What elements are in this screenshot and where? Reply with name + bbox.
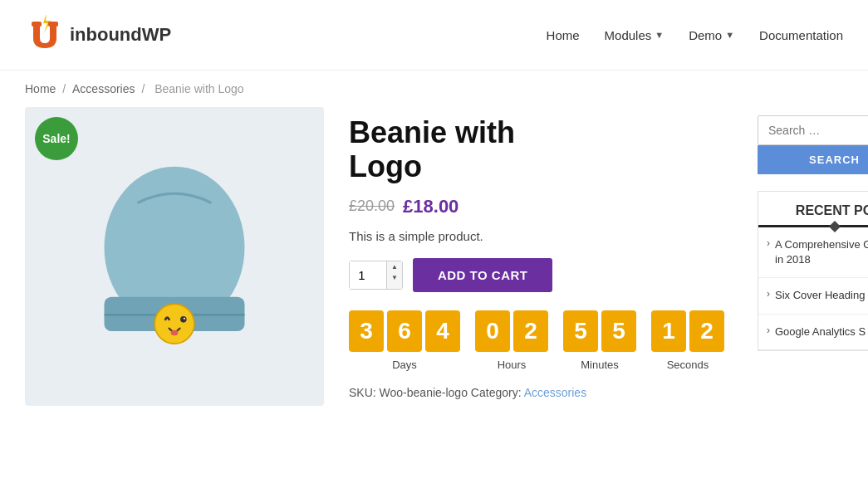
hour-digit-2: 2 bbox=[513, 310, 548, 352]
post-text-3: Google Analytics S bbox=[775, 325, 866, 339]
product-description: This is a simple product. bbox=[349, 229, 724, 243]
product-image-wrap: Sale! bbox=[25, 107, 324, 406]
add-to-cart-row: 1 ▲ ▼ ADD TO CART bbox=[349, 258, 724, 292]
countdown-days: 3 6 4 Days bbox=[349, 310, 460, 371]
product-info: Beanie with Logo £20.00 £18.00 This is a… bbox=[349, 107, 724, 406]
price-wrap: £20.00 £18.00 bbox=[349, 196, 724, 217]
sale-badge: Sale! bbox=[35, 117, 78, 160]
countdown-hours-digits: 0 2 bbox=[475, 310, 548, 352]
search-box: SEARCH bbox=[758, 115, 868, 174]
logo[interactable]: inboundWP bbox=[25, 15, 171, 55]
nav-demo[interactable]: Demo ▼ bbox=[689, 28, 734, 42]
countdown-timer: 3 6 4 Days 0 2 Hours 5 5 bbox=[349, 310, 724, 371]
sku-value: Woo-beanie-logo bbox=[380, 386, 468, 399]
countdown-seconds-digits: 1 2 bbox=[651, 310, 724, 352]
nav-home[interactable]: Home bbox=[547, 28, 580, 42]
nav-modules[interactable]: Modules ▼ bbox=[605, 28, 664, 42]
minutes-label: Minutes bbox=[581, 359, 619, 371]
countdown-hours: 0 2 Hours bbox=[475, 310, 548, 371]
svg-rect-2 bbox=[48, 22, 58, 27]
sidebar: SEARCH RECENT PO › A Comprehensive G SEO… bbox=[758, 107, 868, 406]
recent-posts-title: RECENT PO bbox=[758, 192, 868, 227]
add-to-cart-button[interactable]: ADD TO CART bbox=[413, 258, 553, 292]
post-text-2: Six Cover Heading S bbox=[775, 288, 868, 303]
main-content: Sale! bbox=[0, 107, 868, 406]
hours-label: Hours bbox=[498, 359, 527, 371]
search-button[interactable]: SEARCH bbox=[758, 145, 868, 174]
recent-post-item-2[interactable]: › Six Cover Heading S bbox=[758, 278, 868, 314]
site-header: inboundWP Home Modules ▼ Demo ▼ Document… bbox=[0, 0, 868, 71]
beanie-illustration bbox=[83, 149, 266, 364]
product-title: Beanie with Logo bbox=[349, 115, 724, 184]
search-input[interactable] bbox=[758, 115, 868, 145]
countdown-minutes: 5 5 Minutes bbox=[563, 310, 636, 371]
logo-icon bbox=[25, 15, 65, 55]
hour-digit-1: 0 bbox=[475, 310, 510, 352]
category-label: Category: bbox=[471, 386, 522, 399]
countdown-seconds: 1 2 Seconds bbox=[651, 310, 724, 371]
day-digit-2: 6 bbox=[387, 310, 422, 352]
breadcrumb-home[interactable]: Home bbox=[25, 82, 56, 95]
breadcrumb-accessories[interactable]: Accessories bbox=[72, 82, 135, 95]
day-digit-3: 4 bbox=[425, 310, 460, 352]
post-arrow-icon-1: › bbox=[767, 237, 770, 249]
category-link[interactable]: Accessories bbox=[524, 386, 586, 399]
sec-digit-2: 2 bbox=[689, 310, 724, 352]
quantity-input-box[interactable]: 1 ▲ ▼ bbox=[349, 261, 403, 290]
breadcrumb-current: Beanie with Logo bbox=[154, 82, 243, 95]
svg-point-9 bbox=[171, 330, 179, 336]
sec-digit-1: 1 bbox=[651, 310, 686, 352]
recent-post-item-1[interactable]: › A Comprehensive G SEO in 2018 bbox=[758, 227, 868, 278]
quantity-down-button[interactable]: ▼ bbox=[387, 272, 402, 283]
post-arrow-icon-2: › bbox=[767, 288, 770, 300]
quantity-input[interactable]: 1 bbox=[350, 261, 386, 289]
recent-post-item-3[interactable]: › Google Analytics S bbox=[758, 315, 868, 350]
days-label: Days bbox=[392, 359, 417, 371]
svg-rect-1 bbox=[32, 22, 42, 27]
quantity-up-button[interactable]: ▲ bbox=[387, 261, 402, 272]
min-digit-1: 5 bbox=[563, 310, 598, 352]
logo-label: inboundWP bbox=[70, 24, 171, 46]
price-new: £18.00 bbox=[403, 196, 459, 217]
post-text-1: A Comprehensive G SEO in 2018 bbox=[775, 237, 868, 267]
svg-point-8 bbox=[184, 318, 185, 320]
breadcrumb: Home / Accessories / Beanie with Logo bbox=[0, 71, 868, 107]
sku-label: SKU: bbox=[349, 386, 376, 399]
countdown-minutes-digits: 5 5 bbox=[563, 310, 636, 352]
main-nav: Home Modules ▼ Demo ▼ Documentation bbox=[547, 28, 843, 42]
sku-row: SKU: Woo-beanie-logo Category: Accessori… bbox=[349, 386, 724, 399]
product-section: Sale! bbox=[25, 107, 724, 406]
price-old: £20.00 bbox=[349, 198, 395, 215]
min-digit-2: 5 bbox=[601, 310, 636, 352]
svg-point-6 bbox=[154, 304, 194, 344]
day-digit-1: 3 bbox=[349, 310, 384, 352]
svg-point-7 bbox=[180, 316, 187, 323]
seconds-label: Seconds bbox=[667, 359, 709, 371]
post-arrow-icon-3: › bbox=[767, 325, 770, 336]
demo-arrow-icon: ▼ bbox=[725, 30, 734, 40]
modules-arrow-icon: ▼ bbox=[655, 30, 664, 40]
recent-posts-widget: RECENT PO › A Comprehensive G SEO in 201… bbox=[758, 191, 868, 351]
nav-documentation[interactable]: Documentation bbox=[759, 28, 843, 42]
quantity-arrows: ▲ ▼ bbox=[386, 261, 402, 289]
countdown-days-digits: 3 6 4 bbox=[349, 310, 460, 352]
